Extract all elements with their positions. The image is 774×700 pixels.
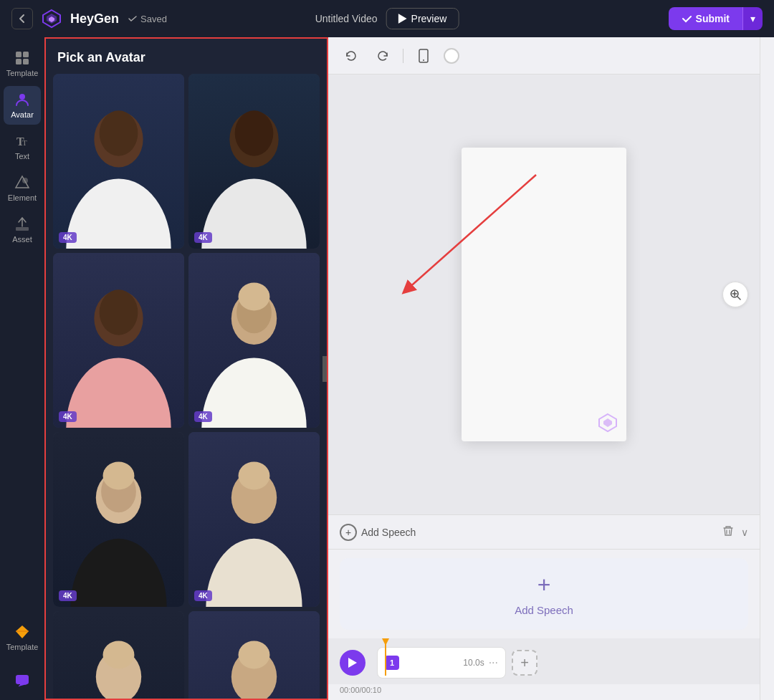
- svg-point-21: [66, 358, 171, 428]
- undo-button[interactable]: [340, 44, 363, 67]
- speech-bar: + Add Speech ∨: [328, 515, 760, 550]
- timeline: 1 10.0s ··· +: [328, 638, 760, 684]
- sidebar-item-text-label: Text: [15, 152, 29, 160]
- sidebar-item-pricing-label: Template: [6, 643, 39, 651]
- avatar-panel-header: Pick an Avatar: [46, 39, 327, 74]
- canvas-toolbar: [328, 37, 760, 75]
- clip-duration: 10.0s: [463, 658, 484, 668]
- svg-line-58: [737, 297, 740, 299]
- preview-button[interactable]: Preview: [386, 8, 459, 29]
- device-toggle-button[interactable]: [412, 44, 435, 67]
- sidebar-item-element-label: Element: [8, 193, 37, 202]
- topbar-right: Submit ▾: [669, 7, 763, 30]
- canvas-frame: [462, 148, 626, 441]
- submit-dropdown-button[interactable]: ▾: [742, 7, 763, 30]
- svg-point-8: [19, 94, 25, 100]
- avatar-card-3[interactable]: 4K: [53, 253, 184, 428]
- avatar-panel: Pick an Avatar 4K: [44, 37, 328, 700]
- topbar-left: HeyGen Saved: [11, 8, 167, 29]
- avatar-card-8[interactable]: 4K: [188, 611, 320, 700]
- sidebar-item-avatar[interactable]: Avatar: [4, 86, 41, 125]
- svg-point-23: [100, 289, 138, 335]
- svg-point-32: [206, 539, 302, 607]
- svg-point-31: [103, 461, 135, 489]
- svg-marker-61: [348, 658, 357, 668]
- avatar-card-2[interactable]: 4K: [188, 74, 320, 249]
- sidebar-item-avatar-label: Avatar: [11, 110, 34, 119]
- timeline-time-display: 00:00/00:10: [340, 686, 381, 694]
- sidebar-item-text[interactable]: T T Text: [4, 128, 41, 166]
- add-speech-bar-button[interactable]: + Add Speech: [340, 524, 416, 541]
- collapse-speech-button[interactable]: ∨: [741, 527, 748, 538]
- svg-point-27: [239, 282, 270, 310]
- avatar-card-7[interactable]: 4K: [53, 611, 184, 700]
- svg-point-17: [100, 110, 138, 155]
- badge-4k: 4K: [194, 411, 212, 422]
- svg-rect-13: [16, 227, 29, 231]
- person-icon: [14, 92, 30, 107]
- clip-options-button[interactable]: ···: [489, 656, 498, 669]
- right-sidebar: [760, 37, 774, 700]
- clip-block-1[interactable]: 1 10.0s ···: [377, 647, 506, 679]
- back-button[interactable]: [11, 8, 33, 29]
- avatar-grid: 4K 4K: [46, 74, 327, 700]
- svg-point-24: [201, 358, 306, 428]
- redo-button[interactable]: [371, 44, 394, 67]
- play-button[interactable]: [340, 650, 366, 676]
- avatar-card-4[interactable]: 4K: [188, 253, 320, 428]
- add-speech-card[interactable]: + Add Speech: [340, 558, 748, 630]
- topbar-center: Untitled Video Preview: [315, 8, 459, 29]
- add-clip-button[interactable]: +: [512, 650, 538, 676]
- color-circle[interactable]: [444, 48, 459, 64]
- badge-4k: 4K: [59, 411, 77, 422]
- speech-right-controls: ∨: [722, 525, 748, 540]
- canvas-area: + Add Speech ∨ + Add Speech: [328, 37, 760, 700]
- add-speech-card-label: Add Speech: [515, 604, 573, 616]
- sidebar-item-asset[interactable]: Asset: [4, 211, 41, 249]
- svg-point-34: [239, 461, 270, 489]
- canvas-scroll[interactable]: [328, 75, 760, 514]
- submit-button[interactable]: Submit: [669, 7, 742, 30]
- clip-number: 1: [385, 656, 399, 670]
- diamond-icon: [14, 624, 30, 640]
- svg-marker-3: [398, 14, 407, 24]
- grid-icon: [14, 50, 30, 66]
- badge-4k: 4K: [59, 590, 77, 601]
- badge-4k: 4K: [194, 590, 212, 601]
- panel-collapse-arrow[interactable]: ‹: [322, 356, 328, 382]
- svg-point-15: [66, 178, 171, 249]
- svg-point-18: [201, 178, 306, 249]
- svg-rect-6: [16, 59, 22, 64]
- sidebar-item-element[interactable]: Element: [4, 169, 41, 208]
- timeline-time: 00:00/00:10: [328, 686, 760, 700]
- badge-4k: 4K: [59, 232, 77, 243]
- main-layout: Template Avatar T T Text Element: [0, 37, 774, 700]
- svg-text:T: T: [22, 138, 27, 147]
- sidebar-item-template[interactable]: Template: [4, 44, 41, 83]
- svg-rect-14: [16, 675, 29, 684]
- canvas-bottom: + Add Speech ∨ + Add Speech: [328, 514, 760, 700]
- watermark-icon: [598, 413, 618, 433]
- heygen-logo-icon: [42, 9, 62, 29]
- chat-icon: [14, 673, 30, 689]
- svg-point-53: [423, 59, 424, 61]
- sidebar-item-chat[interactable]: [4, 667, 41, 694]
- zoom-button[interactable]: [722, 282, 748, 307]
- svg-point-37: [103, 641, 135, 668]
- big-plus-icon: +: [538, 572, 551, 598]
- svg-rect-7: [23, 59, 29, 64]
- avatar-card-5[interactable]: 4K: [53, 432, 184, 607]
- add-speech-bar-label: Add Speech: [361, 527, 416, 538]
- avatar-panel-title: Pick an Avatar: [57, 50, 145, 64]
- asset-icon: [14, 216, 30, 232]
- topbar: HeyGen Saved Untitled Video Preview Subm…: [0, 0, 774, 37]
- sidebar-item-asset-label: Asset: [12, 235, 32, 244]
- svg-rect-5: [23, 52, 29, 57]
- avatar-card-1[interactable]: 4K: [53, 74, 184, 249]
- svg-point-40: [239, 641, 270, 668]
- delete-button[interactable]: [722, 525, 734, 540]
- avatar-card-6[interactable]: 4K: [188, 432, 320, 607]
- sidebar-item-pricing[interactable]: Template: [4, 618, 41, 657]
- plus-circle-icon: +: [340, 524, 357, 541]
- submit-button-group: Submit ▾: [669, 7, 763, 30]
